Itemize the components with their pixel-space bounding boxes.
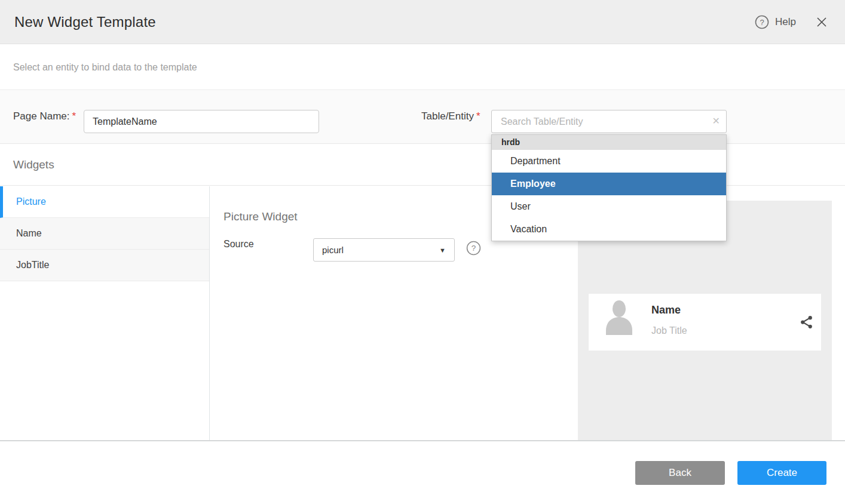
widget-panel-title: Picture Widget [224,210,298,223]
source-select-value: picurl [322,245,344,255]
preview-name-text: Name [651,304,681,316]
page-name-label: Page Name:* [13,110,76,122]
avatar-icon [605,299,633,335]
table-entity-label: Table/Entity* [421,110,480,122]
new-widget-template-dialog: New Widget Template ? Help Select an ent… [0,0,845,504]
dropdown-item-department[interactable]: Department [492,150,726,173]
sidebar-item-jobtitle[interactable]: JobTitle [0,250,209,281]
sidebar-item-picture[interactable]: Picture [0,186,209,218]
dropdown-item-vacation[interactable]: Vacation [492,218,726,241]
back-button[interactable]: Back [635,461,725,485]
chevron-down-icon: ▼ [439,247,446,254]
source-help-icon[interactable]: ? [466,241,481,256]
dialog-header: New Widget Template ? Help [0,0,845,44]
dropdown-group-header: hrdb [492,135,726,150]
page-name-input[interactable] [84,110,319,133]
dropdown-item-user[interactable]: User [492,195,726,218]
widgets-section-title: Widgets [13,158,54,171]
create-button[interactable]: Create [737,461,826,485]
svg-text:?: ? [472,244,476,253]
help-button[interactable]: ? Help [755,15,796,29]
table-entity-required-marker: * [476,110,480,122]
table-entity-search-input[interactable] [491,110,727,133]
close-icon[interactable] [815,16,828,29]
help-label: Help [775,16,796,28]
subtitle-text: Select an entity to bind data to the tem… [13,62,197,73]
source-select[interactable]: picurl ▼ [313,238,455,262]
dialog-title: New Widget Template [14,14,156,30]
subtitle-row: Select an entity to bind data to the tem… [0,45,845,90]
sidebar-item-name[interactable]: Name [0,218,209,250]
clear-search-icon[interactable]: ✕ [712,115,720,127]
table-entity-dropdown: hrdb Department Employee User Vacation [491,134,727,241]
dialog-footer: Back Create [0,441,845,504]
preview-card: Name Job Title [589,294,821,351]
page-name-label-text: Page Name: [13,110,70,122]
page-name-required-marker: * [72,110,76,122]
source-label: Source [224,239,254,250]
help-icon: ? [755,15,769,29]
table-entity-label-text: Table/Entity [421,110,474,122]
preview-jobtitle-text: Job Title [651,325,687,336]
svg-text:?: ? [760,18,764,27]
widget-sidebar: Picture Name JobTitle [0,186,210,440]
dropdown-item-employee[interactable]: Employee [492,173,726,195]
table-entity-search-wrap: ✕ [491,110,727,133]
share-icon[interactable] [799,314,814,330]
